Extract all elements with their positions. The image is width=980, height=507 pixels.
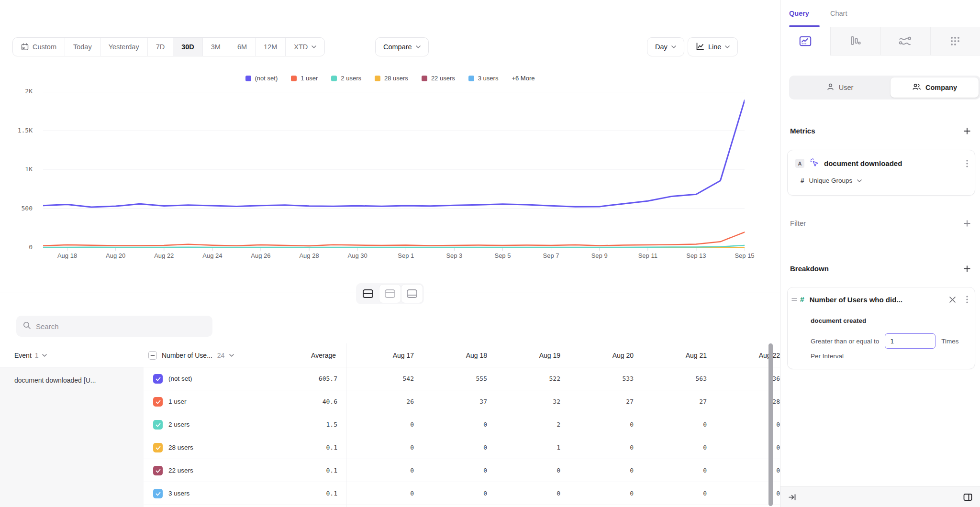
- bar-chart-tab[interactable]: [830, 27, 880, 55]
- panel-bottom-bar: [780, 486, 980, 507]
- line-chart[interactable]: 05001K1.5K2KAug 18Aug 20Aug 22Aug 24Aug …: [0, 0, 780, 268]
- metric-badge: A: [795, 159, 804, 168]
- breakdown-event-name[interactable]: document created: [811, 317, 866, 324]
- chevron-down-icon: [42, 354, 47, 357]
- table-row[interactable]: 22 users0.1000000: [144, 459, 780, 482]
- chart-only-button[interactable]: [379, 284, 401, 303]
- analytics-app: CustomTodayYesterday7D30D3M6M12MXTD Comp…: [0, 0, 980, 507]
- scope-company-label: Company: [925, 84, 957, 91]
- event-column-header[interactable]: Event 1: [14, 343, 47, 367]
- select-all-checkbox[interactable]: [148, 351, 157, 360]
- date-column-header[interactable]: Aug 20: [579, 343, 652, 367]
- flow-chart-tab[interactable]: [880, 27, 930, 55]
- add-breakdown-button[interactable]: [964, 265, 970, 272]
- table-only-button[interactable]: [401, 284, 423, 303]
- cell-value: 0: [432, 459, 505, 482]
- check-icon: [156, 469, 161, 473]
- condition-value-input[interactable]: [885, 333, 935, 349]
- cell-value: 0: [579, 459, 652, 482]
- event-header-label: Event: [14, 352, 32, 359]
- collapse-panel-icon[interactable]: [788, 493, 796, 501]
- cell-value: 0: [652, 459, 725, 482]
- line-chart-tab[interactable]: [780, 27, 830, 55]
- series-checkbox[interactable]: [153, 374, 163, 384]
- tab-chart[interactable]: Chart: [830, 0, 847, 27]
- x-axis-label: Aug 18: [46, 252, 89, 259]
- grid-dots-tab[interactable]: [930, 27, 980, 55]
- metrics-section-header: Metrics: [790, 127, 970, 135]
- table-row[interactable]: 3 users0.1000000: [144, 482, 780, 505]
- active-tab-underline: [789, 25, 820, 27]
- search-input[interactable]: [36, 322, 206, 331]
- cell-value: 0: [505, 482, 579, 505]
- cell-value: 0: [652, 482, 725, 505]
- x-axis-label: Sep 3: [433, 252, 476, 259]
- tab-query[interactable]: Query: [789, 0, 809, 27]
- search-box[interactable]: [16, 316, 212, 337]
- cell-value: 26: [359, 390, 432, 413]
- cell-value: 27: [652, 390, 725, 413]
- close-icon[interactable]: [949, 297, 956, 303]
- metric-event-name[interactable]: document downloaded: [824, 159, 961, 167]
- filter-section-header: Filter: [790, 219, 970, 227]
- series-values: 000000: [359, 459, 780, 482]
- add-metric-button[interactable]: [964, 128, 970, 134]
- series-average: 1.5: [249, 413, 337, 436]
- panel-tabs: Query Chart: [780, 0, 980, 27]
- table-header: Event 1 Number of Use... 24 Av: [0, 343, 780, 367]
- breakdown-property-name[interactable]: Number of Users who did...: [810, 296, 949, 304]
- vertical-scrollbar[interactable]: [768, 343, 773, 506]
- series-checkbox[interactable]: [153, 397, 163, 407]
- event-name-cell[interactable]: document downloaded [U...: [0, 367, 144, 384]
- cell-value: 0: [579, 482, 652, 505]
- series-average: 605.7: [249, 367, 337, 390]
- series-column-header[interactable]: Number of Use... 24: [148, 343, 234, 367]
- split-panel-icon[interactable]: [963, 493, 972, 501]
- check-icon: [156, 400, 161, 404]
- table-row[interactable]: 2 users1.5002000: [144, 413, 780, 436]
- metric-kebab-menu[interactable]: [966, 160, 968, 167]
- breakdown-card[interactable]: # Number of Users who did... document cr…: [787, 287, 975, 369]
- scope-company-option[interactable]: Company: [891, 77, 979, 98]
- chart-plot[interactable]: [43, 92, 745, 252]
- drag-handle-icon[interactable]: [791, 297, 797, 302]
- event-header-count: 1: [35, 352, 39, 359]
- x-axis-label: Sep 13: [675, 252, 718, 259]
- y-axis-label: 0: [3, 243, 33, 251]
- date-column-header[interactable]: Aug 18: [432, 343, 505, 367]
- metric-card-header: A document downloaded: [795, 158, 968, 169]
- table-row[interactable]: 1 user40.6263732272728: [144, 390, 780, 413]
- date-column-header[interactable]: Aug 17: [359, 343, 432, 367]
- series-checkbox[interactable]: [153, 489, 163, 498]
- split-view-button[interactable]: [357, 284, 379, 303]
- add-filter-button[interactable]: [964, 220, 970, 227]
- scope-user-option[interactable]: User: [789, 76, 891, 99]
- date-column-header[interactable]: Aug 21: [652, 343, 725, 367]
- layout-toggle-group: [356, 283, 424, 304]
- date-column-header[interactable]: Aug 19: [505, 343, 579, 367]
- line-chart-icon: [799, 36, 812, 47]
- breakdown-section-header: Breakdown: [790, 265, 970, 273]
- series-label: 22 users: [168, 459, 193, 482]
- metrics-title: Metrics: [790, 127, 815, 135]
- cell-value: 1: [505, 436, 579, 459]
- aggregation-selector[interactable]: # Unique Groups: [801, 177, 862, 184]
- series-average: 40.6: [249, 390, 337, 413]
- per-interval-label[interactable]: Per Interval: [811, 353, 844, 360]
- x-axis-label: Aug 28: [288, 252, 331, 259]
- series-header-count: 24: [217, 352, 225, 359]
- breakdown-kebab-menu[interactable]: [966, 296, 968, 303]
- table-row[interactable]: 28 users0.1001000: [144, 436, 780, 459]
- table-row[interactable]: (not set)605.7542555522533563536: [144, 367, 780, 390]
- series-checkbox[interactable]: [153, 420, 163, 430]
- series-average: 0.1: [249, 436, 337, 459]
- series-checkbox[interactable]: [153, 466, 163, 475]
- series-label: 28 users: [168, 436, 193, 459]
- series-checkbox[interactable]: [153, 443, 163, 452]
- bar-chart-icon: [849, 35, 862, 47]
- metric-card[interactable]: A document downloaded # Unique Groups: [787, 150, 975, 196]
- cell-value: 27: [579, 390, 652, 413]
- series-label: (not set): [168, 367, 192, 390]
- series-values: 001000: [359, 436, 780, 459]
- y-axis-label: 1.5K: [3, 127, 33, 134]
